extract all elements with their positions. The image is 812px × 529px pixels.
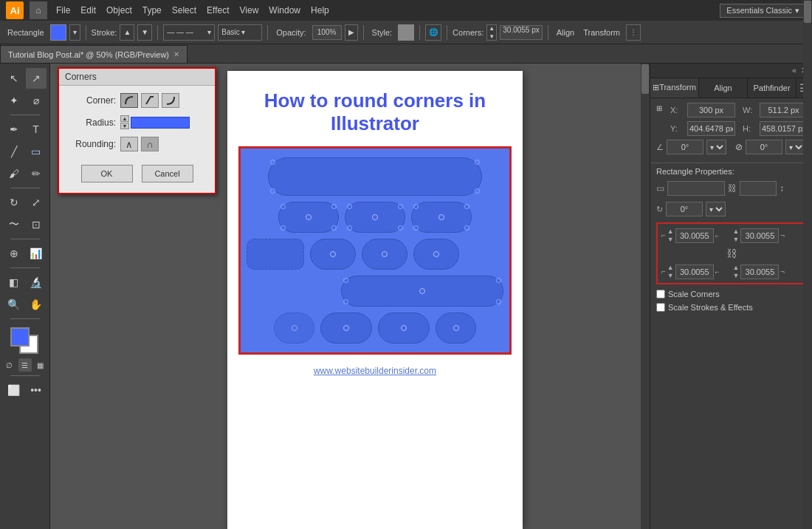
menu-effect[interactable]: Effect [202,4,233,17]
scale-strokes-checkbox[interactable] [656,303,665,312]
corner-tl-input[interactable] [675,228,714,243]
rect-w-input[interactable] [667,181,725,196]
corners-spinner[interactable]: ▲ ▼ [486,24,497,41]
h-input[interactable] [760,121,808,136]
foreground-color-swatch[interactable] [10,327,30,347]
corner-br-input[interactable] [740,264,779,279]
stroke-style-selector[interactable]: — — — ▾ [163,24,215,41]
opacity-input[interactable] [312,25,342,40]
stroke-up[interactable]: ▲ [120,24,134,41]
gradient-tool[interactable]: ◧ [4,272,24,293]
tab-transform[interactable]: ⊞ Transform [650,78,699,98]
corner-tr-down[interactable]: ▼ [733,236,740,243]
tab-close-button[interactable]: ✕ [173,50,179,58]
document-tab[interactable]: Tutorial Blog Post.ai* @ 50% (RGB/Previe… [0,45,187,63]
stroke-weight-selector[interactable]: Basic ▾ [218,24,262,41]
rounding-style-1[interactable]: ∧ [120,137,138,151]
style-swatch[interactable] [398,24,414,41]
magic-wand-tool[interactable]: ✦ [4,90,24,111]
angle2-input[interactable] [746,140,782,154]
corner-style-bevel[interactable] [141,93,159,108]
fill-options[interactable]: ▾ [69,24,80,41]
rotate-tool[interactable]: ↻ [4,192,24,213]
menu-edit[interactable]: Edit [76,4,100,17]
angle1-dropdown[interactable]: ▾ [706,140,726,154]
corner-bl-input[interactable] [675,264,714,279]
corner-bl-cell: ⌐ ▲ ▼ ⌐ [661,264,730,279]
opacity-expand[interactable]: ▶ [345,24,358,41]
align-button[interactable]: Align [554,28,577,37]
menu-help[interactable]: Help [306,4,334,17]
corner-tl-down[interactable]: ▼ [667,236,674,243]
radius-up[interactable]: ▲ [120,115,129,122]
eyedropper-tool[interactable]: 🔬 [26,272,47,293]
home-button[interactable]: ⌂ [30,1,47,19]
scale-corners-checkbox[interactable] [656,290,665,298]
fill-none-btn[interactable]: ∅ [3,358,16,372]
pencil-tool[interactable]: ✏ [26,163,47,184]
paintbrush-tool[interactable]: 🖌 [4,163,24,184]
graph-tool[interactable]: 📊 [26,243,47,264]
screen-mode-btn[interactable]: ⬜ [4,380,24,400]
w-input[interactable] [760,103,808,117]
line-tool[interactable]: ╱ [4,141,24,162]
center-dot [453,325,459,331]
ok-button[interactable]: OK [81,165,133,182]
right-panel-scrollbar[interactable] [803,64,812,529]
color-mode-btn[interactable]: ☰ [18,358,32,372]
selection-tool[interactable]: ↖ [4,68,24,89]
rotation-input[interactable] [666,202,703,216]
globe-btn[interactable]: 🌐 [425,24,441,41]
rotation-dropdown[interactable]: ▾ [706,202,726,216]
zoom-tool[interactable]: 🔍 [4,294,24,315]
fill-color[interactable] [50,24,66,41]
gradient-swatch-btn[interactable]: ▦ [34,358,47,372]
menu-view[interactable]: View [235,4,264,17]
pen-tool[interactable]: ✒ [4,119,24,140]
angle2-dropdown[interactable]: ▾ [785,140,805,154]
stroke-down[interactable]: ▼ [137,24,152,41]
menu-select[interactable]: Select [168,4,201,17]
corner-style-round[interactable] [120,93,138,108]
menu-file[interactable]: File [52,4,75,17]
corner-bl-up[interactable]: ▲ [667,264,674,271]
menu-window[interactable]: Window [264,4,305,17]
corner-tr-up[interactable]: ▲ [733,228,740,235]
more-tools-btn[interactable]: ••• [26,380,47,400]
corner-tr-input[interactable] [740,228,779,243]
content-scrollbar[interactable] [641,64,650,529]
corner-link-icon[interactable]: ⛓ [726,248,737,259]
hand-tool[interactable]: ✋ [26,294,47,315]
scale-tool[interactable]: ⤢ [26,192,47,213]
tab-pathfinder[interactable]: Pathfinder [748,78,796,98]
direct-selection-tool[interactable]: ↗ [26,68,47,89]
tab-align[interactable]: Align [699,78,748,98]
corner-style-inverted[interactable] [162,93,179,108]
radius-down[interactable]: ▼ [120,123,129,129]
panel-collapse-icon[interactable]: « [792,66,796,75]
free-transform-tool[interactable]: ⊡ [26,214,47,235]
symbol-tool[interactable]: ⊕ [4,243,24,264]
rounding-style-2[interactable]: ∩ [141,137,159,151]
type-tool[interactable]: T [26,119,47,140]
lasso-tool[interactable]: ⌀ [26,90,47,111]
rect-h-input[interactable] [740,181,777,196]
menu-type[interactable]: Type [138,4,166,17]
warp-tool[interactable]: 〜 [4,214,24,235]
cancel-button[interactable]: Cancel [142,165,193,182]
corner-br-up[interactable]: ▲ [733,264,740,271]
corner-tl-up[interactable]: ▲ [667,228,674,235]
x-input[interactable] [687,103,735,117]
workspace-selector[interactable]: Essentials Classic ▾ [720,4,806,18]
corner-br-down[interactable]: ▼ [733,272,740,279]
rect-link-icon[interactable]: ⛓ [728,183,737,194]
angle1-input[interactable] [667,140,703,154]
transform-options[interactable]: ⋮ [626,24,641,41]
transform-button[interactable]: Transform [580,28,623,37]
corner-bl-down[interactable]: ▼ [667,272,674,279]
menu-object[interactable]: Object [102,4,137,17]
corners-value-input[interactable]: 30.0055 px [500,25,543,40]
y-input[interactable] [687,121,735,136]
radius-input[interactable]: 10.0055 px [131,117,190,129]
rect-tool[interactable]: ▭ [26,141,47,162]
